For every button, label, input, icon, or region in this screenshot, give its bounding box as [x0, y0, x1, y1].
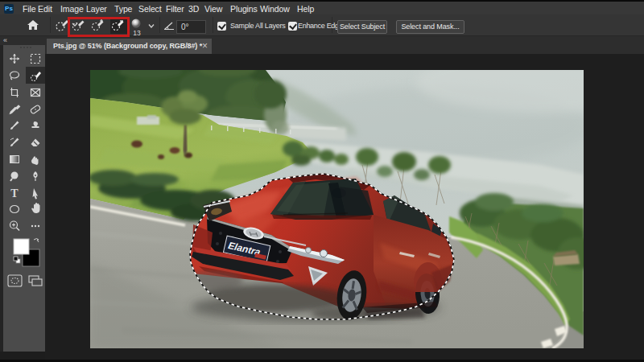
svg-text:T: T — [10, 187, 19, 200]
